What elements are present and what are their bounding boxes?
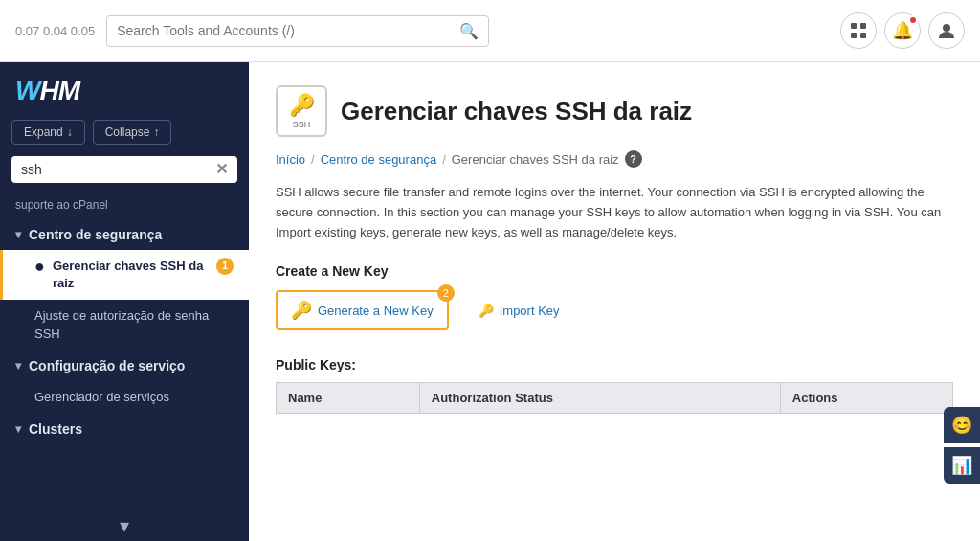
import-key-icon: 🔑 xyxy=(479,304,494,318)
generate-key-label: Generate a New Key xyxy=(318,304,434,318)
sidebar-expand-btns: Expand ↓ Collapse ↑ xyxy=(0,120,249,156)
chevron-icon-service: ▾ xyxy=(15,359,21,372)
float-buttons: 😊 📊 xyxy=(944,407,980,484)
sidebar-category-clusters-label: Clusters xyxy=(29,421,82,437)
sidebar-category-clusters[interactable]: ▾ Clusters xyxy=(0,414,249,444)
sidebar-logo: WHM xyxy=(0,62,249,120)
breadcrumb-home-link[interactable]: Início xyxy=(276,152,305,167)
grid-icon xyxy=(850,22,867,39)
import-key-label: Import Key xyxy=(500,304,560,318)
sidebar-search-box[interactable]: ✕ xyxy=(11,156,237,183)
search-box[interactable]: 🔍 xyxy=(106,15,489,47)
breadcrumb-sep-1: / xyxy=(311,152,315,167)
sidebar-item-service-manager-label: Gerenciador de serviços xyxy=(34,389,169,406)
page-icon: 🔑 SSH xyxy=(276,85,327,137)
server-load: 0.07 0.04 0.05 xyxy=(15,24,95,38)
sidebar: WHM Expand ↓ Collapse ↑ ✕ suporte ao cPa… xyxy=(0,62,249,541)
sidebar-item-ssh-auth-label: Ajuste de autorização de senha SSH xyxy=(34,307,234,342)
page-header: 🔑 SSH Gerenciar chaves SSH da raiz xyxy=(276,85,953,137)
generate-key-icon: 🔑 xyxy=(291,300,312,321)
sidebar-category-security-label: Centro de segurança xyxy=(29,227,162,242)
active-dot-icon: ● xyxy=(34,258,45,275)
sidebar-item-manage-ssh-label: Gerenciar chaves SSH da raiz xyxy=(53,258,209,292)
table-head: Name Authorization Status Actions xyxy=(277,383,953,414)
import-key-button[interactable]: 🔑 Import Key xyxy=(464,290,574,330)
search-icon[interactable]: 🔍 xyxy=(459,22,479,40)
grid-icon-button[interactable] xyxy=(840,12,877,49)
expand-button[interactable]: Expand ↓ xyxy=(11,120,85,145)
sidebar-item-badge: 1 xyxy=(216,258,234,275)
sidebar-category-service[interactable]: ▾ Configuração de serviço xyxy=(0,350,249,381)
generate-key-badge: 2 xyxy=(437,284,455,302)
float-btn-emoji[interactable]: 😊 xyxy=(944,407,980,443)
svg-point-4 xyxy=(943,24,950,32)
search-input[interactable] xyxy=(117,23,459,38)
svg-rect-2 xyxy=(851,33,857,38)
topbar-icons: 🔔 xyxy=(840,12,965,49)
clear-search-icon[interactable]: ✕ xyxy=(215,162,228,177)
sidebar-item-service-manager[interactable]: Gerenciador de serviços xyxy=(0,381,249,414)
breadcrumb: Início / Centro de segurança / Gerenciar… xyxy=(276,150,953,168)
generate-key-button[interactable]: 🔑 Generate a New Key 2 xyxy=(276,290,449,330)
table-header-row: Name Authorization Status Actions xyxy=(277,383,953,414)
user-icon xyxy=(938,22,955,39)
public-keys-section: Public Keys: Name Authorization Status A… xyxy=(276,357,953,414)
svg-rect-0 xyxy=(851,23,857,29)
sidebar-search-input[interactable] xyxy=(21,162,215,177)
col-name: Name xyxy=(277,383,420,414)
key-actions: 🔑 Generate a New Key 2 🔑 Import Key xyxy=(276,290,953,330)
svg-rect-3 xyxy=(860,33,866,38)
user-icon-button[interactable] xyxy=(928,12,965,49)
page-title: Gerenciar chaves SSH da raiz xyxy=(341,97,692,126)
sidebar-item-manage-ssh[interactable]: ● Gerenciar chaves SSH da raiz 1 xyxy=(0,250,249,300)
whm-logo: WHM xyxy=(15,76,79,106)
main-layout: WHM Expand ↓ Collapse ↑ ✕ suporte ao cPa… xyxy=(0,62,980,541)
chevron-icon-clusters: ▾ xyxy=(15,422,21,436)
public-keys-heading: Public Keys: xyxy=(276,357,953,372)
content-area: 🔑 SSH Gerenciar chaves SSH da raiz Iníci… xyxy=(249,62,980,541)
topbar: 0.07 0.04 0.05 🔍 🔔 xyxy=(0,0,980,62)
breadcrumb-security-link[interactable]: Centro de segurança xyxy=(321,152,436,167)
page-description: SSH allows secure file transfer and remo… xyxy=(276,183,946,242)
float-btn-chart[interactable]: 📊 xyxy=(944,447,980,484)
sidebar-category-service-label: Configuração de serviço xyxy=(29,358,185,373)
public-keys-table: Name Authorization Status Actions xyxy=(276,382,953,414)
scroll-down-indicator: ▾ xyxy=(120,514,129,541)
chevron-icon: ▾ xyxy=(15,228,21,241)
ssh-icon-label: SSH xyxy=(293,120,311,129)
notification-badge xyxy=(908,15,918,25)
sidebar-item-ssh-auth[interactable]: Ajuste de autorização de senha SSH xyxy=(0,300,249,349)
sidebar-category-security[interactable]: ▾ Centro de segurança xyxy=(0,219,249,250)
ssh-key-icon: 🔑 xyxy=(289,93,315,118)
col-actions: Actions xyxy=(780,383,952,414)
collapse-button[interactable]: Collapse ↑ xyxy=(93,120,172,145)
create-key-heading: Create a New Key xyxy=(276,263,953,279)
breadcrumb-sep-2: / xyxy=(442,152,446,167)
help-icon[interactable]: ? xyxy=(625,150,642,168)
col-auth-status: Authorization Status xyxy=(419,383,780,414)
bell-icon-button[interactable]: 🔔 xyxy=(884,12,921,49)
breadcrumb-current: Gerenciar chaves SSH da raiz xyxy=(452,152,619,167)
sidebar-support-label: suporte ao cPanel xyxy=(0,194,249,219)
svg-rect-1 xyxy=(860,23,866,29)
